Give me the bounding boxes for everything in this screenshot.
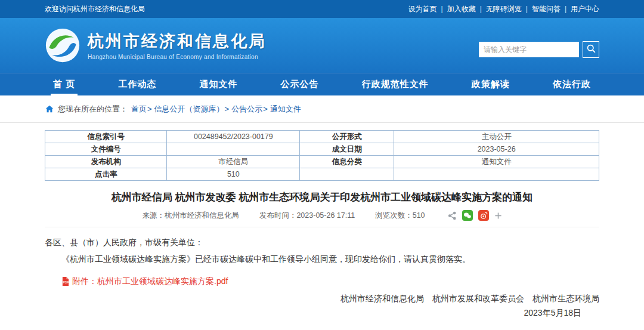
info-table-body: 信息索引号002489452/2023-00179公开形式主动公开文件编号成文日… bbox=[45, 131, 599, 181]
add-share-icon[interactable] bbox=[494, 212, 502, 220]
nav-item-law[interactable]: 依法行政 bbox=[544, 73, 599, 95]
nav-item-notice-files[interactable]: 通知文件 bbox=[191, 73, 246, 95]
search-input[interactable] bbox=[479, 42, 579, 57]
info-label: 信息分类 bbox=[300, 156, 394, 168]
brand-text: 杭州市经济和信息化局 Hangzhou Municipal Bureau of … bbox=[88, 30, 267, 60]
breadcrumb-link[interactable]: 信息公开（资源库） bbox=[154, 104, 224, 113]
bureau-logo[interactable] bbox=[45, 27, 80, 63]
info-value: 市经信局 bbox=[167, 156, 300, 168]
svg-text:PDF: PDF bbox=[63, 280, 69, 284]
breadcrumb-link[interactable]: 首页 bbox=[131, 104, 147, 113]
site-header: 杭州市经济和信息化局 Hangzhou Municipal Bureau of … bbox=[0, 18, 644, 73]
attachment-link[interactable]: PDF 附件：杭州市工业领域碳达峰实施方案.pdf bbox=[61, 276, 228, 287]
breadcrumb-separator: > bbox=[225, 104, 230, 113]
nav-item-policy[interactable]: 政策解读 bbox=[463, 73, 518, 95]
info-label: 成文日期 bbox=[300, 143, 394, 156]
topbar: 欢迎访问杭州市经济和信息化局 设为首页|加入收藏|无障碍浏览|智能问答|用户中心 bbox=[0, 0, 644, 18]
breadcrumb: 您现在所在的位置： 首页>信息公开（资源库）>公告公示>通知文件 bbox=[45, 95, 599, 122]
info-label: 发布机构 bbox=[45, 156, 167, 168]
nav-items: 首 页工作动态通知文件公示公告行政规范性文件政策解读依法行政 bbox=[45, 73, 599, 95]
paragraph-body: 《杭州市工业领域碳达峰实施方案》已经市碳达峰碳中和工作领导小组同意，现印发给你们… bbox=[45, 252, 599, 267]
nav-item-announcements[interactable]: 公示公告 bbox=[273, 73, 327, 95]
attachment-label: 附件：杭州市工业领域碳达峰实施方案.pdf bbox=[72, 276, 228, 287]
breadcrumb-bar: 您现在所在的位置： 首页>信息公开（资源库）>公告公示>通知文件 bbox=[0, 95, 644, 123]
breadcrumb-separator: > bbox=[147, 104, 152, 113]
topbar-link[interactable]: 用户中心 bbox=[571, 4, 599, 14]
topbar-links: 设为首页|加入收藏|无障碍浏览|智能问答|用户中心 bbox=[408, 4, 600, 14]
info-value: 主动公开 bbox=[394, 131, 599, 143]
topbar-link[interactable]: 智能问答 bbox=[532, 4, 561, 14]
info-label: 点击率 bbox=[45, 168, 167, 181]
info-value: 510 bbox=[167, 168, 300, 181]
signers: 杭州市经济和信息化局 杭州市发展和改革委员会 杭州市生态环境局 bbox=[45, 294, 599, 304]
site-title: 杭州市经济和信息化局 bbox=[88, 30, 267, 52]
info-value: 002489452/2023-00179 bbox=[167, 131, 300, 143]
info-value bbox=[394, 168, 599, 181]
search-icon bbox=[586, 44, 596, 55]
info-row: 文件编号成文日期2023-05-26 bbox=[45, 143, 599, 156]
nav-item-home[interactable]: 首 页 bbox=[45, 73, 83, 95]
article-body: 各区、县（市）人民政府，市级有关单位： 《杭州市工业领域碳达峰实施方案》已经市碳… bbox=[45, 236, 599, 319]
topbar-link[interactable]: 设为首页 bbox=[408, 4, 437, 14]
info-label bbox=[300, 168, 394, 181]
paragraph-salutation: 各区、县（市）人民政府，市级有关单位： bbox=[45, 236, 599, 250]
article-meta: 来源：杭州市经济和信息化局 发布时间：2023-05-26 17:11 浏览次数… bbox=[45, 210, 599, 227]
info-value bbox=[167, 143, 300, 156]
info-value: 2023-05-26 bbox=[394, 143, 599, 156]
info-table: 信息索引号002489452/2023-00179公开形式主动公开文件编号成文日… bbox=[45, 130, 599, 181]
topbar-separator: | bbox=[441, 5, 443, 13]
document-date: 2023年5月18日 bbox=[45, 308, 599, 319]
content: 信息索引号002489452/2023-00179公开形式主动公开文件编号成文日… bbox=[45, 123, 599, 319]
info-label: 公开形式 bbox=[300, 131, 394, 143]
wechat-share-icon[interactable] bbox=[462, 210, 473, 221]
article-views: 浏览次数：510 bbox=[375, 211, 425, 221]
topbar-link[interactable]: 无障碍浏览 bbox=[486, 4, 522, 14]
topbar-separator: | bbox=[480, 5, 482, 13]
attachment-row: PDF 附件：杭州市工业领域碳达峰实施方案.pdf bbox=[45, 276, 599, 288]
topbar-separator: | bbox=[565, 5, 566, 13]
nav-item-news[interactable]: 工作动态 bbox=[110, 73, 165, 95]
info-value: 通知文件 bbox=[394, 156, 599, 168]
article-title: 杭州市经信局 杭州市发改委 杭州市生态环境局关于印发杭州市工业领域碳达峰实施方案… bbox=[45, 190, 599, 204]
breadcrumb-link[interactable]: 通知文件 bbox=[270, 104, 301, 113]
nav-item-regulatory-files[interactable]: 行政规范性文件 bbox=[354, 73, 437, 95]
info-row: 信息索引号002489452/2023-00179公开形式主动公开 bbox=[45, 131, 599, 143]
brand: 杭州市经济和信息化局 Hangzhou Municipal Bureau of … bbox=[45, 27, 267, 63]
breadcrumb-links: 首页>信息公开（资源库）>公告公示>通知文件 bbox=[131, 104, 301, 115]
info-row: 发布机构市经信局信息分类通知文件 bbox=[45, 156, 599, 168]
breadcrumb-label: 您现在所在的位置： bbox=[58, 104, 128, 115]
main-nav: 首 页工作动态通知文件公示公告行政规范性文件政策解读依法行政 bbox=[0, 73, 644, 95]
breadcrumb-separator: > bbox=[263, 104, 268, 113]
home-icon[interactable] bbox=[45, 104, 54, 114]
search-box bbox=[479, 41, 599, 58]
weibo-share-icon[interactable] bbox=[478, 210, 489, 221]
pdf-icon: PDF bbox=[61, 277, 69, 286]
topbar-link[interactable]: 加入收藏 bbox=[447, 4, 476, 14]
article-source: 来源：杭州市经济和信息化局 bbox=[142, 211, 239, 221]
welcome-text: 欢迎访问杭州市经济和信息化局 bbox=[45, 4, 145, 14]
breadcrumb-link[interactable]: 公告公示 bbox=[231, 104, 262, 113]
share-icons bbox=[448, 210, 502, 221]
search-button[interactable] bbox=[583, 41, 599, 58]
page: 欢迎访问杭州市经济和信息化局 设为首页|加入收藏|无障碍浏览|智能问答|用户中心… bbox=[0, 0, 644, 319]
topbar-separator: | bbox=[526, 5, 528, 13]
site-subtitle: Hangzhou Municipal Bureau of Economy and… bbox=[88, 54, 267, 60]
share-share-icon[interactable] bbox=[448, 211, 457, 220]
article-publish-time: 发布时间：2023-05-26 17:11 bbox=[259, 211, 355, 221]
info-label: 文件编号 bbox=[45, 143, 167, 156]
info-label: 信息索引号 bbox=[45, 131, 167, 143]
info-row: 点击率510 bbox=[45, 168, 599, 181]
